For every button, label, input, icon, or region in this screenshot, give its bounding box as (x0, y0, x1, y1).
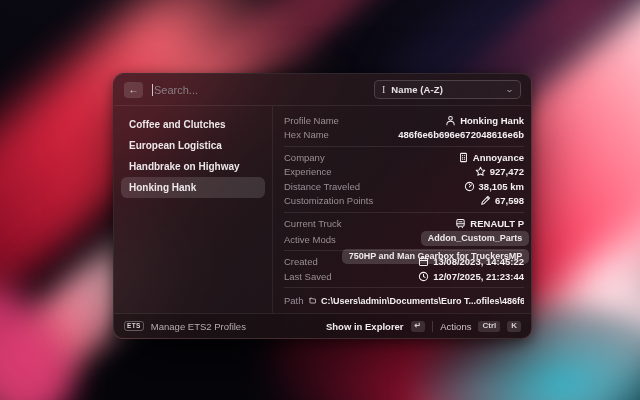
star-icon (475, 166, 486, 177)
detail-row-last-saved: Last Saved 12/07/2025, 21:23:44 (284, 269, 524, 284)
detail-value: Annoyance (458, 152, 524, 163)
profile-list: Coffee and Clutches European Logistica H… (114, 106, 273, 313)
detail-value: 12/07/2025, 21:23:44 (418, 271, 524, 282)
divider (284, 250, 524, 251)
list-item-label: European Logistica (129, 140, 222, 151)
detail-row-current-truck: Current Truck RENAULT P (284, 216, 524, 231)
distance-value: 38,105 km (479, 181, 524, 192)
detail-label: Experience (284, 166, 332, 177)
detail-label: Customization Points (284, 195, 373, 206)
divider (284, 287, 524, 288)
launcher-window: ← I Name (A-Z) ⌄ Coffee and Clutches Eur… (113, 73, 532, 339)
list-item-european-logistica[interactable]: European Logistica (121, 135, 265, 156)
extension-title: Manage ETS2 Profiles (151, 321, 246, 332)
path-value: C:\Users\admin\Documents\Euro T...ofiles… (321, 296, 524, 306)
detail-value: Honking Hank (445, 115, 524, 126)
detail-value: 38,105 km (464, 181, 524, 192)
text-cursor-icon: I (382, 85, 385, 95)
last-saved-value: 12/07/2025, 21:23:44 (433, 271, 524, 282)
ets2-logo-icon: ETS (124, 321, 144, 332)
detail-label: Path (284, 295, 304, 306)
detail-value: 67,598 (480, 195, 524, 206)
mod-tag: Addon_Custom_Parts (421, 231, 530, 246)
building-icon (458, 152, 469, 163)
detail-label: Created (284, 256, 318, 267)
detail-label: Current Truck (284, 218, 342, 229)
detail-label: Company (284, 152, 325, 163)
detail-row-active-mods: Active Mods Addon_Custom_Parts 750HP and… (284, 231, 524, 247)
detail-label: Active Mods (284, 234, 336, 245)
calendar-icon (418, 256, 429, 267)
person-icon (445, 115, 456, 126)
profile-detail-panel: Profile Name Honking Hank Hex Name 486f6… (273, 106, 531, 313)
detail-row-company: Company Annoyance (284, 150, 524, 165)
list-item-coffee-and-clutches[interactable]: Coffee and Clutches (121, 114, 265, 135)
detail-row-experience: Experience 927,472 (284, 165, 524, 180)
search-input[interactable] (154, 84, 365, 96)
action-bar: ETS Manage ETS2 Profiles Show in Explore… (114, 313, 531, 338)
experience-value: 927,472 (490, 166, 524, 177)
text-caret (152, 84, 153, 96)
list-item-label: Coffee and Clutches (129, 119, 226, 130)
pencil-icon (480, 195, 491, 206)
divider (284, 212, 524, 213)
list-item-honking-hank[interactable]: Honking Hank (121, 177, 265, 198)
detail-value: 13/08/2023, 14:45:22 (418, 256, 524, 267)
sort-dropdown-value: Name (A-Z) (391, 84, 500, 95)
detail-value: 927,472 (475, 166, 524, 177)
search-header: ← I Name (A-Z) ⌄ (114, 74, 531, 106)
detail-label: Profile Name (284, 115, 339, 126)
profile-name-value: Honking Hank (460, 115, 524, 126)
chevron-down-icon: ⌄ (505, 85, 514, 94)
k-key-badge: K (507, 321, 521, 332)
hex-name-value: 486f6e6b696e672048616e6b (398, 129, 524, 140)
detail-row-distance: Distance Traveled 38,105 km (284, 179, 524, 194)
company-value: Annoyance (473, 152, 524, 163)
current-truck-value: RENAULT P (470, 218, 524, 229)
search-field-wrap (152, 84, 365, 96)
created-value: 13/08/2023, 14:45:22 (433, 256, 524, 267)
detail-label: Last Saved (284, 271, 332, 282)
detail-row-profile-name: Profile Name Honking Hank (284, 113, 524, 128)
detail-value: RENAULT P (455, 218, 524, 229)
gauge-icon (464, 181, 475, 192)
detail-row-created: Created 13/08/2023, 14:45:22 (284, 255, 524, 270)
list-item-handbrake-on-highway[interactable]: Handbrake on Highway (121, 156, 265, 177)
main-content: Coffee and Clutches European Logistica H… (114, 106, 531, 313)
primary-action-button[interactable]: Show in Explorer (326, 321, 404, 332)
divider (432, 321, 433, 332)
truck-icon (455, 218, 466, 229)
list-item-label: Handbrake on Highway (129, 161, 240, 172)
detail-row-path: Path C:\Users\admin\Documents\Euro T...o… (284, 294, 524, 309)
detail-row-hex-name: Hex Name 486f6e6b696e672048616e6b (284, 128, 524, 143)
sort-dropdown[interactable]: I Name (A-Z) ⌄ (374, 80, 521, 99)
actions-menu-button[interactable]: Actions (440, 321, 471, 332)
arrow-left-icon: ← (129, 84, 139, 95)
detail-label: Hex Name (284, 129, 329, 140)
detail-label: Distance Traveled (284, 181, 360, 192)
customization-value: 67,598 (495, 195, 524, 206)
folder-icon (309, 295, 316, 306)
enter-key-icon: ↵ (411, 321, 426, 332)
detail-row-customization: Customization Points 67,598 (284, 194, 524, 209)
action-bar-left: ETS Manage ETS2 Profiles (124, 321, 246, 332)
ctrl-key-badge: Ctrl (478, 321, 500, 332)
list-item-label: Honking Hank (129, 182, 196, 193)
detail-value: 486f6e6b696e672048616e6b (398, 129, 524, 140)
back-button[interactable]: ← (124, 82, 143, 98)
action-bar-right: Show in Explorer ↵ Actions Ctrl K (326, 321, 521, 332)
divider (284, 146, 524, 147)
clock-icon (418, 271, 429, 282)
